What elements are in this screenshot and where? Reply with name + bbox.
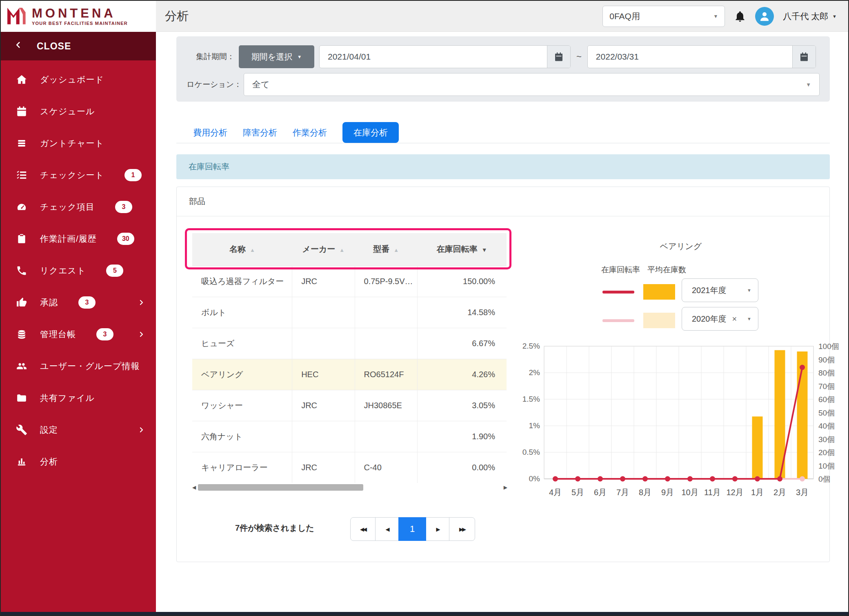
sidebar-item-gantt[interactable]: ガントチャート [1, 127, 156, 159]
legend-row: 2020年度×▼ [600, 306, 772, 335]
column-header-1[interactable]: メーカー▲ [292, 233, 355, 266]
cell-rate: 4.26% [417, 359, 507, 390]
table-row[interactable]: 吸込ろ過器フィルターJRC0.75P-9.5V…150.00% [192, 266, 507, 297]
chart-legend-metrics: 在庫回転率平均在庫数 [601, 265, 686, 275]
user-avatar-icon[interactable] [755, 7, 774, 26]
caret-down-icon: ▼ [747, 316, 751, 321]
cell-model: RO65124F [355, 359, 417, 390]
chevron-left-icon [15, 40, 22, 52]
date-from-group: 2021/04/01 [319, 45, 571, 68]
sort-desc-icon: ▼ [482, 247, 487, 253]
calendar-icon [15, 106, 29, 117]
cell-model [355, 421, 417, 452]
page-title: 分析 [165, 8, 189, 24]
chart-legend: 2021年度▼2020年度×▼ [600, 278, 772, 335]
period-button-label: 期間を選択 [251, 51, 292, 62]
calendar-icon[interactable] [792, 46, 816, 68]
svg-text:3月: 3月 [796, 488, 809, 497]
period-select-button[interactable]: 期間を選択 ▼ [239, 45, 314, 68]
tab-費用分析[interactable]: 費用分析 [193, 122, 227, 143]
column-header-3[interactable]: 在庫回転率▼ [417, 233, 507, 266]
remove-icon[interactable]: × [732, 314, 737, 324]
sidebar-item-phone[interactable]: リクエスト5 [1, 255, 156, 287]
sidebar-item-gauge[interactable]: チェック項目3 [1, 191, 156, 223]
svg-text:2%: 2% [529, 368, 540, 377]
sidebar-item-label: チェック項目 [40, 201, 95, 213]
date-from-input[interactable]: 2021/04/01 [320, 46, 547, 68]
cell-maker [292, 421, 355, 452]
user-menu[interactable]: 八千代 太郎 ▼ [783, 11, 837, 22]
topbar-right: 0FAQ用 ▼ 八千代 太郎 ▼ [602, 6, 837, 27]
period-filter-row: 集計期間： 期間を選択 ▼ 2021/04/01 ~ 2022/03/31 [187, 45, 820, 68]
svg-text:60個: 60個 [818, 395, 835, 404]
table-row[interactable]: キャリアローラーJRCC-400.00% [192, 452, 507, 483]
sidebar-item-tools[interactable]: 設定 [1, 414, 156, 446]
bell-icon[interactable] [734, 10, 746, 23]
svg-text:9月: 9月 [661, 488, 674, 497]
table-row[interactable]: ヒューズ6.67% [192, 328, 507, 359]
sidebar-item-thumbs-up[interactable]: 承認3 [1, 287, 156, 318]
column-header-0[interactable]: 名称▲ [192, 233, 292, 266]
sidebar-item-label: 作業計画/履歴 [40, 233, 97, 245]
svg-text:50個: 50個 [818, 409, 835, 417]
brand-text: MONTENA YOUR BEST FACILITIES MAINTAINER [32, 7, 128, 26]
prev-page-button[interactable]: ◀ [375, 517, 399, 541]
table-row[interactable]: ボルト14.58% [192, 297, 507, 328]
legend-metric-label: 平均在庫数 [647, 265, 686, 275]
brand-name: MONTENA [32, 6, 116, 20]
table-row[interactable]: ベアリングHECRO65124F4.26% [192, 359, 507, 390]
sidebar-item-calendar[interactable]: スケジュール [1, 96, 156, 127]
scroll-right-icon[interactable]: ▶ [504, 485, 507, 490]
sidebar-item-chart[interactable]: 分析 [1, 446, 156, 478]
svg-text:5月: 5月 [571, 488, 584, 497]
caret-down-icon: ▼ [747, 288, 751, 293]
column-label: 名称 [229, 245, 246, 254]
cell-model: 0.75P-9.5V… [355, 266, 417, 297]
date-range-tilde: ~ [576, 51, 582, 62]
sidebar-close-button[interactable]: CLOSE [1, 32, 156, 60]
sidebar-item-checklist[interactable]: チェックシート1 [1, 159, 156, 191]
cell-name: ヒューズ [192, 328, 292, 359]
sidebar-item-folder[interactable]: 共有ファイル [1, 382, 156, 414]
next-page-button[interactable]: ▶ [426, 517, 449, 541]
cell-rate: 1.90% [417, 421, 507, 452]
parts-card-header: 部品 [177, 187, 829, 216]
sidebar-item-home[interactable]: ダッシュボード [1, 64, 156, 96]
column-header-2[interactable]: 型番▲ [355, 233, 417, 266]
page-button-1[interactable]: 1 [398, 517, 426, 541]
svg-text:20個: 20個 [818, 448, 835, 457]
svg-text:11月: 11月 [704, 488, 721, 497]
svg-text:90個: 90個 [818, 356, 835, 364]
app-window: MONTENA YOUR BEST FACILITIES MAINTAINER … [0, 0, 849, 616]
cell-name: 吸込ろ過器フィルター [192, 266, 292, 297]
workspace-select-value: 0FAQ用 [609, 11, 640, 22]
calendar-icon[interactable] [547, 46, 570, 68]
scrollbar-thumb[interactable] [198, 484, 363, 491]
first-page-button[interactable]: ◀◀ [350, 517, 376, 541]
svg-text:10個: 10個 [818, 462, 835, 470]
year-select-value: 2021年度 [692, 285, 727, 296]
sidebar-item-users[interactable]: ユーザー・グループ情報 [1, 350, 156, 382]
table-row[interactable]: ワッシャーJRCJH30865E3.05% [192, 390, 507, 421]
date-to-input[interactable]: 2022/03/31 [588, 46, 792, 68]
tab-障害分析[interactable]: 障害分析 [243, 122, 277, 143]
chart-icon [15, 456, 29, 467]
year-select[interactable]: 2021年度▼ [682, 278, 758, 302]
caret-down-icon: ▼ [806, 82, 811, 88]
svg-text:7月: 7月 [616, 488, 629, 497]
column-label: メーカー [302, 245, 335, 254]
sidebar-item-database[interactable]: 管理台帳3 [1, 318, 156, 350]
sidebar-item-label: 分析 [40, 456, 58, 467]
table-row[interactable]: 六角ナット1.90% [192, 421, 507, 452]
tab-作業分析[interactable]: 作業分析 [293, 122, 327, 143]
location-select[interactable]: 全て ▼ [244, 73, 820, 96]
year-select[interactable]: 2020年度×▼ [682, 307, 758, 331]
workspace-select[interactable]: 0FAQ用 ▼ [602, 6, 725, 27]
svg-text:40個: 40個 [818, 422, 835, 430]
tab-在庫分析[interactable]: 在庫分析 [342, 122, 399, 143]
cell-model: C-40 [355, 452, 417, 483]
scroll-left-icon[interactable]: ◀ [192, 485, 196, 490]
last-page-button[interactable]: ▶▶ [449, 517, 475, 541]
clipboard-icon [15, 233, 29, 245]
sidebar-item-clipboard[interactable]: 作業計画/履歴30 [1, 223, 156, 255]
